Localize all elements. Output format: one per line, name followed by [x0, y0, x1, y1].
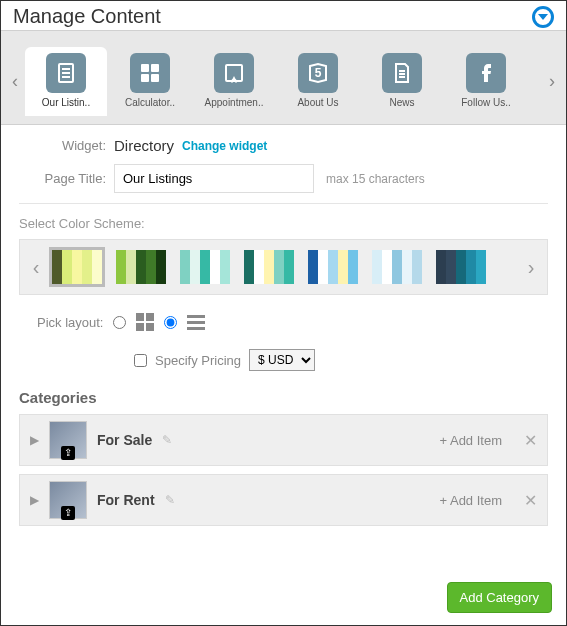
grid-icon[interactable]	[136, 313, 154, 331]
color-swatch	[180, 250, 190, 284]
layout-list-radio[interactable]	[164, 316, 177, 329]
categories-heading: Categories	[19, 389, 548, 406]
svg-rect-7	[151, 74, 159, 82]
color-swatch	[412, 250, 422, 284]
page-title-label: Page Title:	[19, 171, 114, 186]
color-prev-icon[interactable]: ‹	[24, 256, 48, 279]
color-swatch	[210, 250, 220, 284]
color-scheme-1[interactable]	[116, 250, 166, 284]
widget-value: Directory	[114, 137, 174, 154]
tab-label: Follow Us..	[447, 97, 525, 108]
color-swatch	[308, 250, 318, 284]
delete-icon[interactable]: ✕	[524, 491, 537, 510]
layout-grid-radio[interactable]	[113, 316, 126, 329]
svg-rect-4	[141, 64, 149, 72]
tab-label: News	[363, 97, 441, 108]
page-title: Manage Content	[13, 5, 161, 28]
category-name: For Sale	[97, 432, 152, 448]
tabs-next-icon[interactable]: ›	[542, 47, 562, 117]
color-swatch	[146, 250, 156, 284]
color-swatch	[200, 250, 210, 284]
color-swatch	[446, 250, 456, 284]
color-swatch	[244, 250, 254, 284]
category-thumbnail[interactable]	[49, 421, 87, 459]
color-swatch	[348, 250, 358, 284]
add-item-link[interactable]: + Add Item	[439, 433, 502, 448]
color-scheme-6[interactable]	[436, 250, 486, 284]
category-row: ▶For Sale✎+ Add Item✕	[19, 414, 548, 466]
tab-icon	[46, 53, 86, 93]
color-swatch	[92, 250, 102, 284]
list-icon[interactable]	[187, 315, 205, 330]
color-scheme-2[interactable]	[180, 250, 230, 284]
tab-calculator-[interactable]: Calculator..	[109, 47, 191, 116]
change-widget-link[interactable]: Change widget	[182, 139, 267, 153]
tabs-bar: ‹ Our Listin..Calculator..Appointmen..5A…	[1, 30, 566, 125]
page-title-input[interactable]	[114, 164, 314, 193]
color-swatch	[274, 250, 284, 284]
category-thumbnail[interactable]	[49, 481, 87, 519]
color-swatch	[220, 250, 230, 284]
delete-icon[interactable]: ✕	[524, 431, 537, 450]
edit-icon[interactable]: ✎	[162, 433, 172, 447]
color-next-icon[interactable]: ›	[519, 256, 543, 279]
tab-label: Appointmen..	[195, 97, 273, 108]
color-swatch	[156, 250, 166, 284]
tab-icon	[214, 53, 254, 93]
svg-marker-10	[230, 78, 238, 83]
color-swatch	[126, 250, 136, 284]
color-swatch	[82, 250, 92, 284]
page-title-hint: max 15 characters	[326, 172, 425, 186]
color-swatch	[392, 250, 402, 284]
color-swatch	[136, 250, 146, 284]
color-swatch	[328, 250, 338, 284]
color-scheme-5[interactable]	[372, 250, 422, 284]
tab-our-listin-[interactable]: Our Listin..	[25, 47, 107, 116]
header-dropdown-icon[interactable]	[532, 6, 554, 28]
tab-about-us[interactable]: 5About Us	[277, 47, 359, 116]
category-row: ▶For Rent✎+ Add Item✕	[19, 474, 548, 526]
currency-select[interactable]: $ USD	[249, 349, 315, 371]
expand-icon[interactable]: ▶	[30, 433, 39, 447]
color-swatch	[264, 250, 274, 284]
edit-icon[interactable]: ✎	[165, 493, 175, 507]
add-item-link[interactable]: + Add Item	[439, 493, 502, 508]
color-scheme-label: Select Color Scheme:	[19, 216, 548, 231]
specify-pricing-label: Specify Pricing	[155, 353, 241, 368]
color-swatch	[62, 250, 72, 284]
color-scheme-3[interactable]	[244, 250, 294, 284]
color-swatch	[72, 250, 82, 284]
expand-icon[interactable]: ▶	[30, 493, 39, 507]
tab-icon	[130, 53, 170, 93]
color-swatch	[436, 250, 446, 284]
tab-icon	[382, 53, 422, 93]
tab-label: Our Listin..	[27, 97, 105, 108]
color-swatch	[318, 250, 328, 284]
tab-icon: 5	[298, 53, 338, 93]
tab-follow-us-[interactable]: Follow Us..	[445, 47, 527, 116]
svg-rect-6	[141, 74, 149, 82]
add-category-button[interactable]: Add Category	[447, 582, 553, 613]
color-swatch	[338, 250, 348, 284]
color-swatch	[456, 250, 466, 284]
tabs-prev-icon[interactable]: ‹	[5, 47, 25, 117]
color-swatch	[372, 250, 382, 284]
category-name: For Rent	[97, 492, 155, 508]
color-swatch	[116, 250, 126, 284]
tab-news[interactable]: News	[361, 47, 443, 116]
color-swatch	[476, 250, 486, 284]
color-scheme-0[interactable]	[52, 250, 102, 284]
tab-label: About Us	[279, 97, 357, 108]
color-swatch	[254, 250, 264, 284]
widget-label: Widget:	[19, 138, 114, 153]
layout-label: Pick layout:	[37, 315, 103, 330]
specify-pricing-checkbox[interactable]	[134, 354, 147, 367]
color-swatch	[466, 250, 476, 284]
color-scheme-bar: ‹ ›	[19, 239, 548, 295]
color-swatch	[52, 250, 62, 284]
svg-text:5: 5	[315, 66, 322, 80]
tab-appointmen-[interactable]: Appointmen..	[193, 47, 275, 116]
svg-rect-5	[151, 64, 159, 72]
color-scheme-4[interactable]	[308, 250, 358, 284]
tab-label: Calculator..	[111, 97, 189, 108]
